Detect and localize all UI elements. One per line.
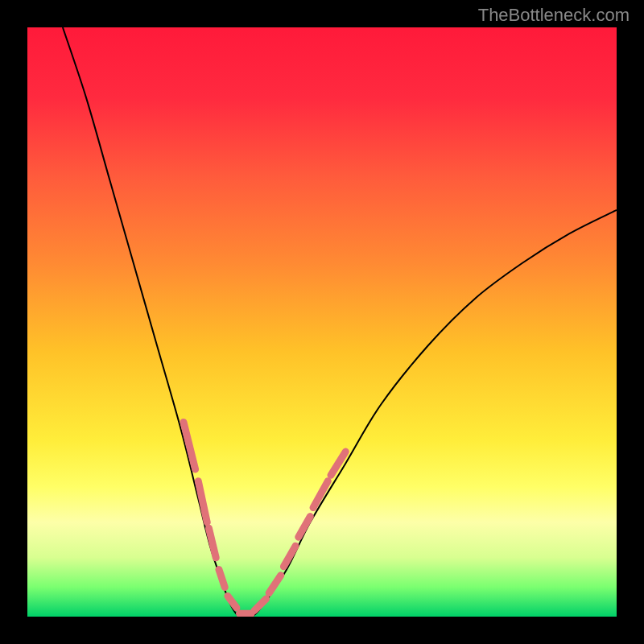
dash-segment [208, 528, 216, 558]
dash-overlay [184, 422, 345, 613]
dash-segment [331, 452, 345, 475]
plot-area [27, 27, 617, 617]
watermark-text: TheBottleneck.com [478, 5, 630, 26]
dash-segment [299, 517, 311, 538]
dash-segment [254, 599, 266, 611]
dash-segment [283, 546, 295, 567]
dash-segment [269, 576, 281, 593]
dash-segment [219, 569, 225, 587]
chart-svg [27, 27, 617, 617]
main-curve [63, 27, 617, 617]
dash-segment [228, 596, 237, 608]
dash-segment [198, 481, 207, 522]
